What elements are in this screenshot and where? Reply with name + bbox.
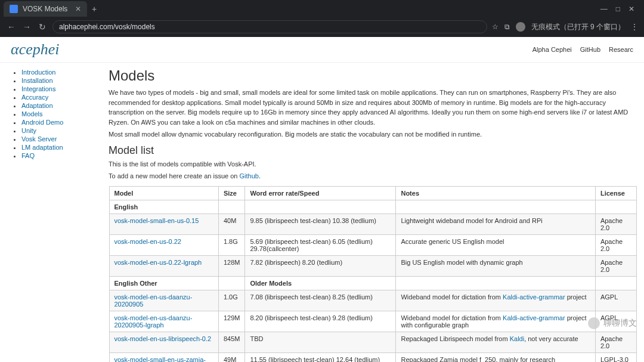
watermark-icon: [588, 317, 600, 329]
add-model-note: To add a new model here create an issue …: [109, 171, 637, 181]
sidebar-item-integrations[interactable]: Integrations: [21, 85, 55, 92]
window-controls: — □ ✕: [595, 5, 640, 13]
model-link[interactable]: vosk-model-en-us-daanzu-20200905: [114, 293, 193, 308]
col-size: Size: [218, 186, 245, 200]
browser-tab[interactable]: VOSK Models ✕: [4, 1, 87, 17]
notes-link[interactable]: Kaldi: [510, 335, 524, 342]
sidebar-item-faq[interactable]: FAQ: [21, 152, 35, 159]
sidebar-item-unity[interactable]: Unity: [21, 127, 36, 134]
page-content: αcephei Alpha CepheiGitHubResearc Introd…: [0, 37, 644, 362]
header-link-0[interactable]: Alpha Cephei: [532, 46, 572, 53]
header-link-1[interactable]: GitHub: [580, 46, 600, 53]
table-row: vosk-model-small-en-us-zamia-0.549M11.55…: [109, 352, 636, 362]
page-header: αcephei Alpha CepheiGitHubResearc: [0, 37, 644, 63]
sidebar-item-lm-adaptation[interactable]: LM adaptation: [21, 144, 63, 151]
notes-link[interactable]: Kaldi-active-grammar: [503, 293, 565, 301]
watermark: 聊聊博文: [588, 317, 637, 329]
address-bar: ← → ↻ alphacephei.com/vosk/models ☆ ⧉ 无痕…: [0, 18, 644, 37]
model-link[interactable]: vosk-model-small-en-us-0.15: [114, 217, 199, 224]
col-license: License: [595, 186, 636, 200]
logo[interactable]: αcephei: [11, 41, 60, 58]
sidebar-item-installation[interactable]: Installation: [21, 77, 53, 84]
new-tab-button[interactable]: +: [87, 2, 101, 16]
tab-favicon: [10, 5, 18, 13]
col-word: Word error rate/Speed: [245, 186, 396, 200]
section-row: English OtherOlder Models: [109, 276, 636, 290]
extension-icon[interactable]: ⧉: [504, 23, 510, 31]
browser-chrome: VOSK Models ✕ + — □ ✕ ← → ↻ alphacephei.…: [0, 0, 644, 37]
model-link[interactable]: vosk-model-en-us-daanzu-20200905-lgraph: [114, 314, 193, 329]
models-table: ModelSizeWord error rate/SpeedNotesLicen…: [109, 186, 637, 363]
sidebar-item-vosk-server[interactable]: Vosk Server: [21, 135, 57, 143]
reload-icon[interactable]: ↻: [37, 22, 48, 32]
close-window-icon[interactable]: ✕: [628, 5, 634, 13]
model-list-desc: This is the list of models compatible wi…: [109, 159, 637, 169]
maximize-icon[interactable]: □: [616, 5, 620, 13]
model-link[interactable]: vosk-model-en-us-librispeech-0.2: [114, 335, 212, 342]
tab-title: VOSK Models: [23, 5, 67, 13]
url-input[interactable]: alphacephei.com/vosk/models: [52, 20, 487, 33]
table-row: vosk-model-en-us-0.22-lgraph128M7.82 (li…: [109, 255, 636, 276]
table-row: vosk-model-en-us-daanzu-20200905-lgraph1…: [109, 311, 636, 332]
model-link[interactable]: vosk-model-en-us-0.22-lgraph: [114, 259, 202, 266]
intro-p2: Most small model allow dynamic vocabular…: [109, 129, 637, 140]
minimize-icon[interactable]: —: [600, 5, 608, 13]
table-row: vosk-model-en-us-0.221.8G5.69 (librispee…: [109, 234, 636, 255]
model-link[interactable]: vosk-model-small-en-us-zamia-0.5: [114, 356, 206, 363]
back-icon[interactable]: ←: [6, 22, 17, 32]
table-row: vosk-model-en-us-daanzu-202009051.0G7.08…: [109, 290, 636, 311]
intro-p1: We have two types of models - big and sm…: [109, 88, 637, 127]
close-icon[interactable]: ✕: [75, 5, 81, 13]
sidebar-item-android-demo[interactable]: Android Demo: [21, 119, 63, 126]
header-links: Alpha CepheiGitHubResearc: [532, 46, 633, 53]
model-link[interactable]: vosk-model-en-us-0.22: [114, 238, 182, 245]
notes-link[interactable]: Kaldi-active-grammar: [503, 314, 565, 321]
sidebar-item-accuracy[interactable]: Accuracy: [21, 94, 48, 101]
main-content: Models We have two types of models - big…: [109, 67, 637, 362]
github-link[interactable]: Github: [240, 172, 259, 180]
page-title: Models: [109, 67, 637, 84]
sidebar-item-models[interactable]: Models: [21, 110, 42, 117]
sidebar: IntroductionInstallationIntegrationsAccu…: [7, 67, 97, 362]
sidebar-item-adaptation[interactable]: Adaptation: [21, 102, 53, 109]
forward-icon[interactable]: →: [21, 22, 32, 32]
menu-icon[interactable]: ⋮: [631, 23, 638, 31]
table-row: vosk-model-en-us-librispeech-0.2845MTBDR…: [109, 332, 636, 352]
star-icon[interactable]: ☆: [492, 23, 499, 31]
col-notes: Notes: [396, 186, 595, 200]
header-link-2[interactable]: Researc: [609, 46, 633, 53]
avatar-icon[interactable]: [516, 22, 525, 32]
table-row: vosk-model-small-en-us-0.1540M9.85 (libr…: [109, 214, 636, 234]
incognito-label: 无痕模式（已打开 9 个窗口）: [531, 22, 625, 32]
tab-bar: VOSK Models ✕ + — □ ✕: [0, 0, 644, 18]
model-list-heading: Model list: [109, 144, 637, 157]
section-row: English: [109, 200, 636, 214]
sidebar-item-introduction[interactable]: Introduction: [21, 69, 55, 76]
col-model: Model: [109, 186, 218, 200]
